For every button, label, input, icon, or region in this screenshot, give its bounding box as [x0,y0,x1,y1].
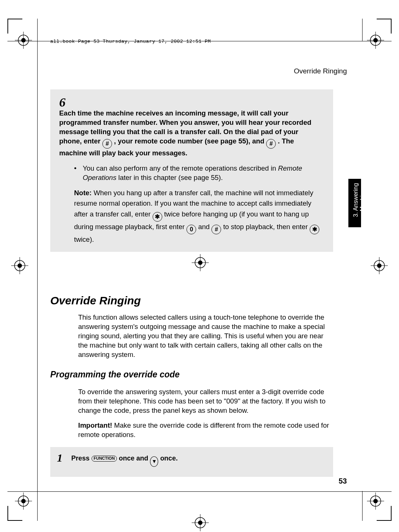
page-number: 53 [339,477,347,485]
step-1-body: Press FUNCTION once and ▼ once. [71,452,231,467]
section-heading: Override Ringing [50,294,141,307]
subsection-heading: Programming the override code [50,370,180,380]
registration-mark [367,493,384,510]
zero-key-icon: 0 [186,225,196,234]
step-number-1: 1 [57,452,70,463]
star-key-icon: ✱ [153,212,162,222]
function-key-icon: FUNCTION [92,456,117,462]
registration-mark [367,32,384,49]
crop-info-line: all.book Page 53 Thursday, January 17, 2… [50,39,211,44]
section-paragraph-2: To override the answering system, your c… [78,387,333,415]
bullet-text: You can also perform any of the remote o… [83,164,321,183]
hash-key-icon: # [211,225,221,234]
crop-mark-tr [377,19,392,34]
section-paragraph-1: This function allows selected callers us… [78,313,333,360]
bullet-dot: • [74,164,81,173]
step-6-text-b: , your remote code number (see page 55),… [114,137,266,145]
hash-key-icon: # [102,139,112,149]
registration-mark [11,257,28,274]
step1-mid: once and [119,455,150,462]
guide-v4 [362,491,363,521]
important-label: Important! [78,421,112,429]
step-6-body: Each time the machine receives an incomi… [59,109,316,158]
registration-mark [371,257,388,274]
registration-mark [15,32,32,49]
step1-pre: Press [71,455,91,462]
chapter-tab-text: 3. Answering Machine [352,176,366,224]
guide-v5 [37,41,38,492]
note-text-3: and [198,223,211,231]
guide-v1 [37,19,38,41]
step-1-box: 1 Press FUNCTION once and ▼ once. Displa… [50,447,333,477]
tab-line1: 3. Answering [352,183,359,217]
guide-v2 [37,491,38,521]
step-number-6: 6 [59,96,72,109]
tab-line2: Machine [359,189,366,211]
down-arrow-key-icon: ▼ [150,456,158,467]
guide-v3 [362,19,363,41]
step1-post: once. [160,455,178,462]
section-paragraph-3: Important! Make sure the override code i… [78,421,333,440]
step-6-note: Note: When you hang up after a transfer … [74,188,324,245]
important-text: Make sure the override code is different… [78,421,329,438]
registration-mark [192,254,209,271]
note-text-4: to stop playback, then enter [223,223,310,231]
chapter-tab: 3. Answering Machine [348,179,361,227]
step-6-bullet: • You can also perform any of the remote… [74,164,324,183]
step-6-box: 6 Each time the machine receives an inco… [50,89,333,252]
running-head: Override Ringing [294,67,347,75]
note-label: Note: [74,189,92,197]
bullet-post: later in this chapter (see page 55). [116,174,223,181]
note-text-5: twice). [74,235,94,243]
guide-line-bottom [7,491,392,492]
registration-mark [15,493,32,510]
star-key-icon: ✱ [310,225,319,234]
bullet-pre: You can also perform any of the remote o… [83,164,278,172]
hash-key-icon: # [266,139,276,149]
crop-mark-tl [7,19,22,34]
registration-mark [192,514,209,531]
